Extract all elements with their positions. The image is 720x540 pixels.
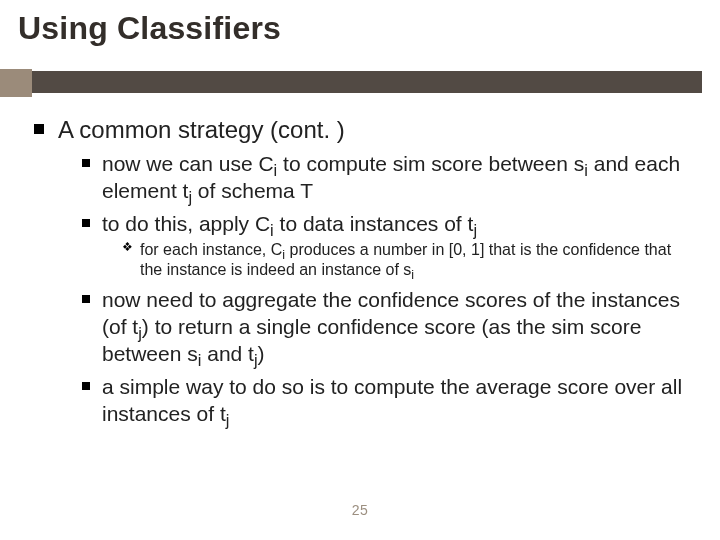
slide-body: A common strategy (cont. ) now we can us… — [0, 97, 720, 428]
bullet-level2: now we can use Ci to compute sim score b… — [82, 151, 686, 205]
txt: to do this, apply — [102, 212, 255, 235]
slide-title: Using Classifiers — [0, 0, 720, 53]
txt: of schema T — [192, 179, 313, 202]
txt: now we can use — [102, 152, 258, 175]
title-underline — [0, 69, 720, 97]
sub-j: j — [226, 411, 230, 429]
txt: for each instance, — [140, 241, 271, 258]
sym-C: C — [255, 212, 270, 235]
bullet-level2: a simple way to do so is to compute the … — [82, 374, 686, 428]
txt: to data instances of — [274, 212, 468, 235]
txt: ) — [258, 342, 265, 365]
sym-s: s — [574, 152, 585, 175]
txt: ) to return a single confidence score (a… — [102, 315, 641, 365]
txt: to compute sim score between — [277, 152, 573, 175]
bullet-level3: for each instance, Ci produces a number … — [122, 240, 686, 282]
txt: and — [201, 342, 248, 365]
title-bar-accent — [0, 69, 32, 97]
bullet-level2: now need to aggregate the confidence sco… — [82, 287, 686, 368]
txt: a simple way to do so is to compute the … — [102, 375, 682, 425]
sym-C: C — [258, 152, 273, 175]
slide: Using Classifiers A common strategy (con… — [0, 0, 720, 540]
title-bar-main — [32, 71, 702, 93]
sym-C: C — [271, 241, 283, 258]
sub-i: i — [411, 269, 414, 283]
bullet-text: A common strategy (cont. ) — [58, 116, 345, 143]
sym-s: s — [187, 342, 198, 365]
bullet-level1: A common strategy (cont. ) now we can us… — [34, 115, 686, 428]
bullet-level2: to do this, apply Ci to data instances o… — [82, 211, 686, 281]
sub-j: j — [473, 221, 477, 239]
page-number: 25 — [0, 502, 720, 518]
